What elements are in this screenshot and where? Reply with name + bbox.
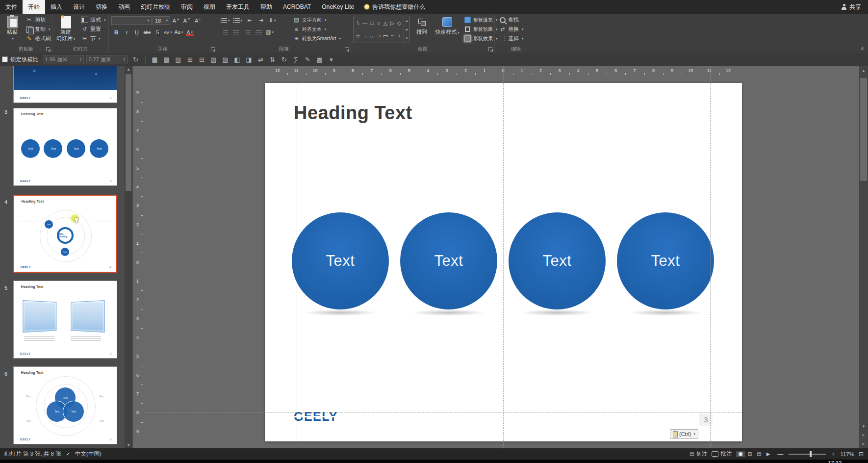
next-slide-button[interactable]: » xyxy=(859,439,868,448)
reset-button[interactable]: ↺重置 xyxy=(80,25,107,34)
zoom-slider[interactable] xyxy=(789,451,826,457)
menu-tab-slide-show[interactable]: 幻灯片放映 xyxy=(135,0,176,14)
replace-button[interactable]: ⇄替换▾ xyxy=(498,25,525,34)
collapse-ribbon-button[interactable]: ∧ xyxy=(861,46,864,51)
shapes-gallery[interactable]: \—□○△▷◇☆→↔⊃▭~+ ▲ ▼ ▾ xyxy=(353,16,410,43)
pattern-icon[interactable]: ▨ xyxy=(220,56,231,63)
slide-sorter-view-button[interactable]: ⊞ xyxy=(746,451,754,457)
decrease-font-button[interactable]: A▼ xyxy=(182,17,192,25)
scrollbar-thumb[interactable] xyxy=(860,78,867,181)
share-button[interactable]: 共享 xyxy=(841,3,861,11)
shape-option-6[interactable]: ◇ xyxy=(396,17,403,29)
menu-tab-transitions[interactable]: 切换 xyxy=(90,0,113,14)
reading-view-button[interactable]: ▤ xyxy=(755,451,763,457)
shape-option-0[interactable]: \ xyxy=(355,17,361,29)
increase-font-button[interactable]: A▲ xyxy=(171,17,181,25)
change-case-button[interactable]: Aa▾ xyxy=(174,28,184,36)
split-cells-icon[interactable]: ⊞ xyxy=(184,56,196,63)
menu-tab-design[interactable]: 设计 xyxy=(68,0,90,14)
line-spacing-button[interactable]: ⇕▾ xyxy=(267,16,277,25)
shape-option-12[interactable]: ~ xyxy=(389,29,396,42)
slide-shape-circle-3[interactable]: Text xyxy=(509,212,606,309)
normal-view-button[interactable]: ▣ xyxy=(736,451,744,457)
lock-aspect-checkbox[interactable] xyxy=(2,56,8,62)
scroll-up-arrow[interactable]: ▲ xyxy=(859,66,868,75)
menu-tab-home[interactable]: 开始 xyxy=(23,0,45,14)
tell-me-box[interactable]: 告诉我你想要做什么 xyxy=(364,3,425,11)
arrange-button[interactable]: 排列 xyxy=(411,15,433,35)
shape-option-13[interactable]: + xyxy=(396,29,403,42)
guide-horizontal-bottom[interactable] xyxy=(146,412,742,413)
new-slide-button[interactable]: 新建 幻灯片▾ xyxy=(54,15,77,42)
thumbnail-slide-5[interactable]: Heading Text GEELY 5 xyxy=(13,281,117,359)
increase-indent-button[interactable]: ⇥ xyxy=(256,16,266,25)
hatch-icon[interactable]: ▩ xyxy=(314,56,326,63)
shapes-scroll-down[interactable]: ▼ xyxy=(404,25,409,34)
slideshow-button[interactable]: ▶ xyxy=(765,451,772,457)
shape-width-field[interactable]: 1.06 厘米▴▾ xyxy=(43,55,84,64)
font-color-button[interactable]: A▾ xyxy=(185,28,195,36)
align-right-button[interactable] xyxy=(242,28,252,36)
copy-button[interactable]: 复制▾ xyxy=(25,25,52,34)
drawing-dialog-launcher[interactable] xyxy=(488,47,492,51)
shape-effects-button[interactable]: 形状效果▾ xyxy=(463,34,493,43)
menu-tab-animations[interactable]: 动画 xyxy=(113,0,135,14)
height-spinner[interactable]: ▴▾ xyxy=(124,57,125,62)
font-name-combo[interactable]: ▾ xyxy=(111,16,152,25)
text-direction-button[interactable]: ▤文字方向▾ xyxy=(292,15,349,25)
align-text-button[interactable]: ≡对齐文本▾ xyxy=(292,25,349,34)
menu-tab-onekey-lite[interactable]: OneKey Lite xyxy=(316,0,359,14)
shapes-scroll-up[interactable]: ▲ xyxy=(404,16,409,25)
shape-fill-button[interactable]: 形状填充▾ xyxy=(463,15,493,25)
text-shadow-button[interactable]: S xyxy=(153,28,162,36)
format-painter-button[interactable]: ✎格式刷 xyxy=(25,34,52,43)
menu-tab-insert[interactable]: 插入 xyxy=(45,0,68,14)
menu-tab-file[interactable]: 文件 xyxy=(0,0,23,14)
refresh-icon[interactable]: ↻ xyxy=(130,56,142,63)
align-center-button[interactable] xyxy=(231,28,241,36)
layout-button[interactable]: 版式▾ xyxy=(80,15,107,25)
main-scrollbar[interactable]: ▲ ▼ « » xyxy=(859,66,868,448)
table-grid-icon[interactable]: ▦ xyxy=(149,56,161,63)
slide-shape-circle-4[interactable]: Text xyxy=(617,212,714,309)
shape-option-8[interactable]: → xyxy=(361,29,368,42)
menu-tab-developer[interactable]: 开发工具 xyxy=(221,0,255,14)
thumb-scrollbar-thumb[interactable] xyxy=(126,74,131,191)
spellcheck-icon[interactable]: ✔ xyxy=(66,451,70,457)
strikethrough-button[interactable]: abc xyxy=(142,28,152,36)
shape-option-7[interactable]: ☆ xyxy=(355,29,361,42)
zoom-in-button[interactable]: + xyxy=(830,451,836,458)
menu-tab-review[interactable]: 审阅 xyxy=(176,0,198,14)
sum-icon[interactable]: ∑ xyxy=(290,56,302,63)
decrease-indent-button[interactable]: ⇤ xyxy=(245,16,255,25)
clear-formatting-button[interactable]: A× xyxy=(193,17,203,25)
geely-logo[interactable]: GEELY xyxy=(294,410,338,424)
numbering-button[interactable]: ▾ xyxy=(232,16,244,25)
language-indicator[interactable]: 中文(中国) xyxy=(75,450,102,458)
justify-button[interactable] xyxy=(254,28,263,36)
width-spinner[interactable]: ▴▾ xyxy=(80,57,81,62)
bold-button[interactable]: B xyxy=(111,28,121,36)
thumb-scroll-up-arrow[interactable]: ▲ xyxy=(125,67,132,72)
zoom-percentage[interactable]: 117% xyxy=(840,451,854,457)
guide-vertical-right[interactable] xyxy=(710,66,711,448)
guide-vertical-center[interactable] xyxy=(503,66,504,448)
thumbnail-slide-6[interactable]: Heading Text Text Text Text Text Text Te… xyxy=(13,366,117,444)
shape-option-3[interactable]: ○ xyxy=(375,17,382,29)
slide-title[interactable]: Heading Text xyxy=(294,103,412,124)
thumb-scroll-down-arrow[interactable]: ▼ xyxy=(125,443,132,447)
zoom-out-button[interactable]: — xyxy=(776,451,784,458)
slide-shape-circle-1[interactable]: Text xyxy=(292,212,389,309)
slide-shape-circle-2[interactable]: Text xyxy=(400,212,497,309)
font-dialog-launcher[interactable] xyxy=(211,47,215,51)
clipboard-dialog-launcher[interactable] xyxy=(46,47,50,51)
shape-option-11[interactable]: ▭ xyxy=(382,29,389,42)
align-right-shape-icon[interactable]: ◨ xyxy=(243,56,255,63)
rotate-icon[interactable]: ↻ xyxy=(279,56,290,63)
menu-tab-acrobat[interactable]: ACROBAT xyxy=(278,0,316,14)
select-button[interactable]: 选择▾ xyxy=(498,34,525,43)
quick-styles-button[interactable]: 快速样式▾ xyxy=(434,15,461,36)
thumbnail-slide-4-selected[interactable]: Heading Text Sub-heading Text Text GEELY… xyxy=(13,195,117,273)
align-left-button[interactable] xyxy=(220,28,230,36)
align-left-shape-icon[interactable]: ◧ xyxy=(231,56,243,63)
